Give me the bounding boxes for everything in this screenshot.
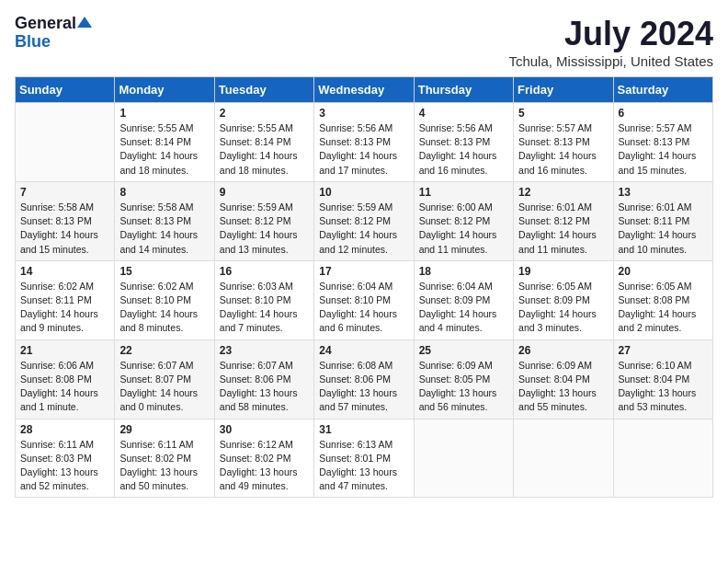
day-number: 23: [220, 344, 309, 357]
day-number: 21: [20, 344, 109, 357]
calendar-cell: 26Sunrise: 6:09 AMSunset: 8:04 PMDayligh…: [514, 339, 613, 419]
cell-content: Sunrise: 6:13 AMSunset: 8:01 PMDaylight:…: [319, 438, 408, 494]
calendar-cell: [16, 103, 115, 182]
calendar-cell: [514, 419, 613, 498]
day-number: 12: [518, 186, 608, 199]
header-thursday: Thursday: [414, 77, 513, 103]
day-number: 29: [119, 423, 209, 436]
cell-content: Sunrise: 6:07 AMSunset: 8:07 PMDaylight:…: [119, 359, 209, 415]
cell-content: Sunrise: 6:01 AMSunset: 8:11 PMDaylight:…: [619, 201, 708, 257]
title-area: July 2024 Tchula, Mississippi, United St…: [508, 15, 713, 69]
day-number: 25: [419, 344, 508, 357]
header-sunday: Sunday: [16, 77, 115, 103]
cell-content: Sunrise: 6:07 AMSunset: 8:06 PMDaylight:…: [220, 359, 309, 415]
day-number: 15: [119, 265, 209, 278]
cell-content: Sunrise: 6:11 AMSunset: 8:02 PMDaylight:…: [119, 438, 209, 494]
cell-content: Sunrise: 5:59 AMSunset: 8:12 PMDaylight:…: [220, 201, 309, 257]
calendar-header-row: SundayMondayTuesdayWednesdayThursdayFrid…: [16, 77, 713, 103]
cell-content: Sunrise: 5:55 AMSunset: 8:14 PMDaylight:…: [119, 121, 209, 178]
header-saturday: Saturday: [613, 77, 712, 103]
day-number: 20: [619, 265, 708, 278]
day-number: 5: [518, 107, 608, 120]
cell-content: Sunrise: 6:04 AMSunset: 8:10 PMDaylight:…: [319, 280, 408, 336]
calendar-cell: 31Sunrise: 6:13 AMSunset: 8:01 PMDayligh…: [314, 419, 414, 498]
cell-content: Sunrise: 6:09 AMSunset: 8:05 PMDaylight:…: [419, 359, 508, 415]
calendar-cell: 2Sunrise: 5:55 AMSunset: 8:14 PMDaylight…: [214, 103, 313, 182]
day-number: 18: [419, 265, 508, 278]
calendar-week-row: 14Sunrise: 6:02 AMSunset: 8:11 PMDayligh…: [16, 260, 713, 339]
day-number: 11: [419, 186, 508, 199]
calendar-cell: 8Sunrise: 5:58 AMSunset: 8:13 PMDaylight…: [115, 181, 214, 260]
cell-content: Sunrise: 6:11 AMSunset: 8:03 PMDaylight:…: [20, 438, 109, 494]
calendar-table: SundayMondayTuesdayWednesdayThursdayFrid…: [15, 76, 713, 498]
cell-content: Sunrise: 6:03 AMSunset: 8:10 PMDaylight:…: [220, 280, 309, 336]
day-number: 2: [220, 107, 309, 120]
cell-content: Sunrise: 5:59 AMSunset: 8:12 PMDaylight:…: [319, 201, 408, 257]
calendar-cell: 22Sunrise: 6:07 AMSunset: 8:07 PMDayligh…: [115, 339, 214, 419]
day-number: 6: [619, 107, 708, 120]
month-title: July 2024: [508, 15, 713, 53]
calendar-cell: 21Sunrise: 6:06 AMSunset: 8:08 PMDayligh…: [16, 339, 115, 419]
calendar-cell: 14Sunrise: 6:02 AMSunset: 8:11 PMDayligh…: [16, 260, 115, 339]
day-number: 26: [518, 344, 608, 357]
calendar-cell: 30Sunrise: 6:12 AMSunset: 8:02 PMDayligh…: [214, 419, 313, 498]
calendar-cell: 27Sunrise: 6:10 AMSunset: 8:04 PMDayligh…: [613, 339, 712, 419]
cell-content: Sunrise: 5:55 AMSunset: 8:14 PMDaylight:…: [220, 121, 309, 178]
day-number: 27: [619, 344, 708, 357]
cell-content: Sunrise: 5:57 AMSunset: 8:13 PMDaylight:…: [619, 121, 708, 178]
day-number: 30: [220, 423, 309, 436]
day-number: 22: [119, 344, 209, 357]
calendar-cell: 23Sunrise: 6:07 AMSunset: 8:06 PMDayligh…: [214, 339, 313, 419]
calendar-cell: 10Sunrise: 5:59 AMSunset: 8:12 PMDayligh…: [314, 181, 414, 260]
cell-content: Sunrise: 5:57 AMSunset: 8:13 PMDaylight:…: [518, 121, 608, 178]
day-number: 3: [319, 107, 408, 120]
calendar-cell: 12Sunrise: 6:01 AMSunset: 8:12 PMDayligh…: [514, 181, 613, 260]
cell-content: Sunrise: 6:01 AMSunset: 8:12 PMDaylight:…: [518, 201, 608, 257]
cell-content: Sunrise: 5:58 AMSunset: 8:13 PMDaylight:…: [20, 201, 109, 257]
logo-arrow-icon: [77, 15, 92, 29]
day-number: 31: [319, 423, 408, 436]
calendar-cell: 18Sunrise: 6:04 AMSunset: 8:09 PMDayligh…: [414, 260, 513, 339]
calendar-cell: 1Sunrise: 5:55 AMSunset: 8:14 PMDaylight…: [115, 103, 214, 182]
calendar-cell: 19Sunrise: 6:05 AMSunset: 8:09 PMDayligh…: [514, 260, 613, 339]
cell-content: Sunrise: 6:02 AMSunset: 8:11 PMDaylight:…: [20, 280, 109, 336]
cell-content: Sunrise: 6:05 AMSunset: 8:09 PMDaylight:…: [518, 280, 608, 336]
day-number: 28: [20, 423, 109, 436]
cell-content: Sunrise: 6:00 AMSunset: 8:12 PMDaylight:…: [419, 201, 508, 257]
day-number: 16: [220, 265, 309, 278]
calendar-cell: 11Sunrise: 6:00 AMSunset: 8:12 PMDayligh…: [414, 181, 513, 260]
calendar-week-row: 21Sunrise: 6:06 AMSunset: 8:08 PMDayligh…: [16, 339, 713, 419]
cell-content: Sunrise: 6:10 AMSunset: 8:04 PMDaylight:…: [619, 359, 708, 415]
svg-marker-0: [77, 17, 92, 28]
cell-content: Sunrise: 5:58 AMSunset: 8:13 PMDaylight:…: [119, 201, 209, 257]
calendar-cell: 5Sunrise: 5:57 AMSunset: 8:13 PMDaylight…: [514, 103, 613, 182]
calendar-cell: 16Sunrise: 6:03 AMSunset: 8:10 PMDayligh…: [214, 260, 313, 339]
calendar-cell: 28Sunrise: 6:11 AMSunset: 8:03 PMDayligh…: [16, 419, 115, 498]
logo-blue-text: Blue: [15, 33, 51, 52]
cell-content: Sunrise: 6:04 AMSunset: 8:09 PMDaylight:…: [419, 280, 508, 336]
calendar-week-row: 7Sunrise: 5:58 AMSunset: 8:13 PMDaylight…: [16, 181, 713, 260]
day-number: 10: [319, 186, 408, 199]
cell-content: Sunrise: 5:56 AMSunset: 8:13 PMDaylight:…: [419, 121, 508, 178]
calendar-cell: [613, 419, 712, 498]
cell-content: Sunrise: 6:09 AMSunset: 8:04 PMDaylight:…: [518, 359, 608, 415]
day-number: 17: [319, 265, 408, 278]
header-monday: Monday: [115, 77, 214, 103]
calendar-cell: 20Sunrise: 6:05 AMSunset: 8:08 PMDayligh…: [613, 260, 712, 339]
day-number: 19: [518, 265, 608, 278]
calendar-cell: 4Sunrise: 5:56 AMSunset: 8:13 PMDaylight…: [414, 103, 513, 182]
day-number: 24: [319, 344, 408, 357]
day-number: 13: [619, 186, 708, 199]
calendar-cell: 6Sunrise: 5:57 AMSunset: 8:13 PMDaylight…: [613, 103, 712, 182]
day-number: 1: [119, 107, 209, 120]
calendar-cell: 15Sunrise: 6:02 AMSunset: 8:10 PMDayligh…: [115, 260, 214, 339]
calendar-week-row: 28Sunrise: 6:11 AMSunset: 8:03 PMDayligh…: [16, 419, 713, 498]
cell-content: Sunrise: 6:02 AMSunset: 8:10 PMDaylight:…: [119, 280, 209, 336]
calendar-cell: 24Sunrise: 6:08 AMSunset: 8:06 PMDayligh…: [314, 339, 414, 419]
calendar-cell: 17Sunrise: 6:04 AMSunset: 8:10 PMDayligh…: [314, 260, 414, 339]
cell-content: Sunrise: 6:12 AMSunset: 8:02 PMDaylight:…: [220, 438, 309, 494]
header-wednesday: Wednesday: [314, 77, 414, 103]
calendar-week-row: 1Sunrise: 5:55 AMSunset: 8:14 PMDaylight…: [16, 103, 713, 182]
day-number: 7: [20, 186, 109, 199]
header-tuesday: Tuesday: [214, 77, 313, 103]
